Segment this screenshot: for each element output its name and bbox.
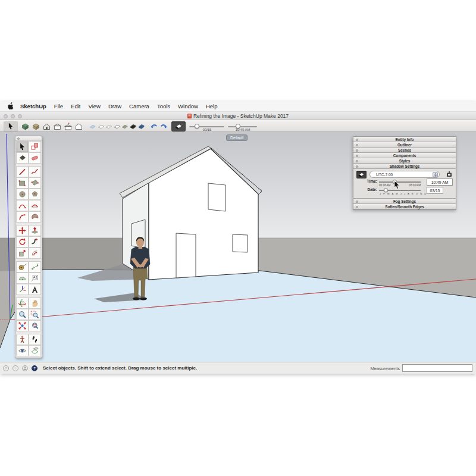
menu-help[interactable]: Help (206, 103, 218, 109)
tool-pie[interactable] (29, 211, 41, 223)
menu-camera[interactable]: Camera (129, 103, 149, 109)
tool-scale[interactable] (16, 248, 29, 259)
panel-bar-entity-info[interactable]: Entity Info (353, 137, 456, 142)
measurements-input[interactable] (402, 364, 472, 372)
toolbar-shed-flag-icon[interactable] (63, 121, 73, 131)
tool-pan[interactable] (29, 298, 41, 309)
palette-close-icon[interactable] (17, 137, 20, 140)
menu-edit[interactable]: Edit (71, 103, 80, 109)
tool-rotate[interactable] (16, 236, 29, 248)
tool-paint-bucket[interactable] (16, 152, 29, 164)
tool-rectangle[interactable] (16, 177, 29, 189)
tool-move[interactable] (16, 225, 29, 236)
timezone-stepper-icon[interactable] (433, 172, 438, 177)
tool-three-d-text[interactable] (29, 284, 41, 295)
help-icon[interactable]: ? (32, 365, 37, 371)
tool-walk[interactable] (29, 334, 41, 345)
tool-rotated-rectangle[interactable] (29, 177, 41, 189)
tool-position-camera[interactable] (16, 334, 29, 345)
apple-menu-icon[interactable] (7, 102, 14, 110)
panel-bar-styles[interactable]: Styles (353, 158, 456, 164)
shadow-detail-icon[interactable] (446, 171, 453, 178)
tool-eraser[interactable] (29, 152, 41, 164)
menu-file[interactable]: File (54, 103, 63, 109)
date-value-field[interactable]: 03/15 (427, 187, 443, 194)
face-style-xray-icon[interactable] (89, 121, 96, 131)
timezone-dropdown[interactable]: UTC-7:00 (369, 171, 440, 178)
redo-button[interactable] (159, 121, 168, 131)
claim-credit-icon[interactable]: ↑ (12, 365, 18, 371)
tool-follow-me[interactable] (29, 236, 41, 248)
tool-protractor[interactable] (16, 273, 29, 284)
face-style-monochrome-icon[interactable] (138, 121, 145, 131)
scene-tab-default[interactable]: Default (226, 134, 248, 141)
shadow-time-slider[interactable] (228, 126, 257, 127)
tool-orbit[interactable] (16, 298, 29, 309)
tool-select[interactable] (16, 141, 29, 152)
select-tool-button[interactable] (4, 121, 18, 131)
tool-three-point-arc[interactable] (16, 211, 29, 223)
undo-button[interactable] (150, 121, 158, 131)
tool-polygon[interactable] (29, 189, 41, 200)
tool-make-component[interactable] (29, 141, 41, 152)
toolbar-crate-icon[interactable] (20, 121, 30, 131)
menu-sketchup[interactable]: SketchUp (20, 103, 46, 109)
menu-tools[interactable]: Tools (157, 103, 170, 109)
panel-bar-components[interactable]: Components (353, 153, 456, 158)
large-tool-set-palette: A1 (15, 136, 42, 358)
panel-toggle-icon[interactable] (356, 144, 358, 146)
face-style-hidden-line-icon[interactable] (114, 121, 121, 131)
palette-title-bar[interactable] (15, 136, 42, 141)
panel-toggle-icon[interactable] (356, 201, 358, 203)
tool-look-around[interactable] (16, 345, 29, 356)
account-icon[interactable] (22, 365, 28, 371)
tool-axes[interactable] (16, 284, 29, 295)
panel-toggle-icon[interactable] (356, 165, 358, 168)
tool-arc[interactable] (16, 200, 29, 211)
menu-window[interactable]: Window (178, 103, 198, 109)
panel-bar-scenes[interactable]: Scenes (353, 148, 456, 153)
panel-bar-soften-smooth-edges[interactable]: Soften/Smooth Edges (353, 204, 456, 209)
tool-circle[interactable] (16, 189, 29, 200)
toolbar-house-outline-icon[interactable] (74, 121, 83, 131)
person-shoe (140, 297, 147, 300)
panel-toggle-icon[interactable] (356, 149, 358, 152)
time-slider[interactable] (379, 181, 421, 183)
tool-zoom-window[interactable] (29, 309, 41, 320)
tool-previous[interactable] (29, 320, 41, 331)
geolocation-icon[interactable]: ? (3, 365, 9, 371)
tool-zoom-extents[interactable] (16, 320, 29, 331)
tool-dimension[interactable] (29, 261, 41, 273)
tool-text[interactable]: A1 (29, 273, 41, 284)
tool-zoom[interactable] (16, 309, 29, 320)
panel-bar-fog-settings[interactable]: Fog Settings (353, 199, 456, 204)
toolbar-box-icon[interactable] (31, 121, 40, 131)
face-style-shaded-textures-icon[interactable] (130, 121, 137, 131)
panel-toggle-icon[interactable] (356, 155, 358, 157)
panel-toggle-icon[interactable] (356, 139, 358, 141)
tool-offset[interactable] (29, 248, 41, 259)
tool-push-pull[interactable] (29, 225, 41, 236)
tool-section-plane[interactable] (29, 345, 41, 356)
toolbar-house-dark-icon[interactable] (42, 121, 51, 131)
shadow-display-toggle-button[interactable] (356, 171, 367, 178)
date-slider-handle[interactable] (384, 188, 388, 192)
panel-tray: Entity InfoOutlinerScenesComponentsStyle… (353, 136, 456, 210)
tool-freehand[interactable] (29, 166, 41, 177)
face-style-shaded-icon[interactable] (121, 121, 129, 131)
toolbar-shed-icon[interactable] (52, 121, 62, 131)
tool-two-point-arc[interactable] (29, 200, 41, 211)
panel-bar-outliner[interactable]: Outliner (353, 142, 456, 148)
shadows-toggle-button[interactable] (171, 121, 186, 131)
face-style-wireframe-icon[interactable] (105, 121, 112, 131)
menu-view[interactable]: View (89, 103, 101, 109)
tool-tape-measure[interactable] (16, 261, 29, 273)
time-value-field[interactable]: 10:49 AM (427, 178, 453, 186)
tool-line[interactable] (16, 166, 29, 177)
face-style-back-edges-icon[interactable] (98, 121, 105, 131)
model-canvas[interactable]: Default A1 Entity InfoOutlinerScenesComp… (0, 132, 476, 362)
panel-bar-shadow-settings[interactable]: Shadow Settings (353, 164, 456, 169)
panel-toggle-icon[interactable] (356, 206, 358, 208)
menu-draw[interactable]: Draw (108, 103, 121, 109)
panel-toggle-icon[interactable] (356, 160, 358, 162)
